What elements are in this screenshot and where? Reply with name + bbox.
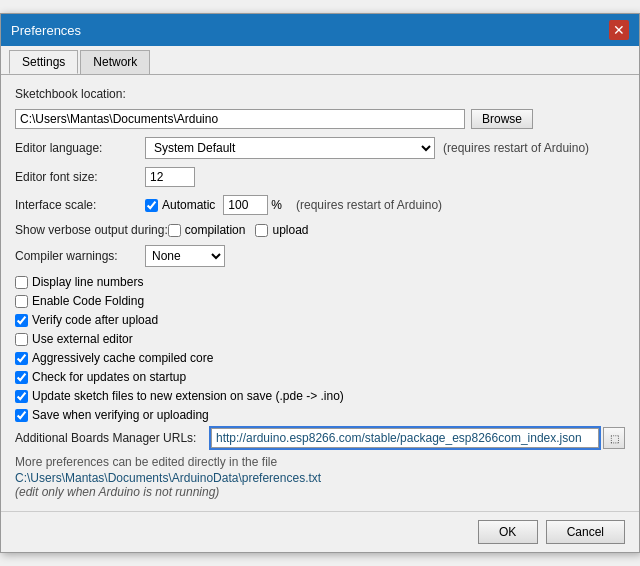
compilation-label[interactable]: compilation xyxy=(185,223,246,237)
update-sketch-label[interactable]: Update sketch files to new extension on … xyxy=(32,389,344,403)
checkbox-row-external-editor: Use external editor xyxy=(15,332,625,346)
tabs-bar: Settings Network xyxy=(1,46,639,75)
dialog-footer: OK Cancel xyxy=(1,511,639,552)
ok-button[interactable]: OK xyxy=(478,520,538,544)
preferences-dialog: Preferences ✕ Settings Network Sketchboo… xyxy=(0,13,640,553)
compilation-checkbox[interactable] xyxy=(168,224,181,237)
checkbox-row-code-folding: Enable Code Folding xyxy=(15,294,625,308)
verbose-label: Show verbose output during: xyxy=(15,223,168,237)
editor-language-row: Editor language: System Default (require… xyxy=(15,137,625,159)
editor-language-label: Editor language: xyxy=(15,141,145,155)
external-editor-checkbox[interactable] xyxy=(15,333,28,346)
upload-checkbox[interactable] xyxy=(255,224,268,237)
save-verify-label[interactable]: Save when verifying or uploading xyxy=(32,408,209,422)
checkbox-row-verify-upload: Verify code after upload xyxy=(15,313,625,327)
sketchbook-label: Sketchbook location: xyxy=(15,87,145,101)
tab-network[interactable]: Network xyxy=(80,50,150,74)
checkbox-row-check-updates: Check for updates on startup xyxy=(15,370,625,384)
sketchbook-row: Sketchbook location: xyxy=(15,87,625,101)
code-folding-label[interactable]: Enable Code Folding xyxy=(32,294,144,308)
settings-content: Sketchbook location: Browse Editor langu… xyxy=(1,75,639,511)
scale-restart-note: (requires restart of Arduino) xyxy=(296,198,442,212)
upload-label[interactable]: upload xyxy=(272,223,308,237)
editor-font-size-label: Editor font size: xyxy=(15,170,145,184)
check-updates-checkbox[interactable] xyxy=(15,371,28,384)
language-restart-note: (requires restart of Arduino) xyxy=(443,141,589,155)
info-line2: C:\Users\Mantas\Documents\ArduinoData\pr… xyxy=(15,471,625,485)
upload-wrap: upload xyxy=(255,223,308,237)
cache-core-label[interactable]: Aggressively cache compiled core xyxy=(32,351,213,365)
scale-value-input[interactable] xyxy=(223,195,268,215)
sketchbook-input[interactable] xyxy=(15,109,465,129)
checkbox-row-save-verify: Save when verifying or uploading xyxy=(15,408,625,422)
font-size-input[interactable] xyxy=(145,167,195,187)
external-editor-label[interactable]: Use external editor xyxy=(32,332,133,346)
auto-wrap: Automatic xyxy=(145,198,215,212)
update-sketch-checkbox[interactable] xyxy=(15,390,28,403)
info-line1: More preferences can be edited directly … xyxy=(15,455,625,469)
compiler-warnings-row: Compiler warnings: None Default More All xyxy=(15,245,625,267)
checkbox-row-line-numbers: Display line numbers xyxy=(15,275,625,289)
additional-boards-label: Additional Boards Manager URLs: xyxy=(15,431,211,445)
checkboxes-section: Display line numbers Enable Code Folding… xyxy=(15,275,625,422)
compilation-wrap: compilation xyxy=(168,223,246,237)
checkbox-row-cache-core: Aggressively cache compiled core xyxy=(15,351,625,365)
editor-font-size-row: Editor font size: xyxy=(15,167,625,187)
additional-boards-input[interactable] xyxy=(211,428,599,448)
percent-label: % xyxy=(271,198,282,212)
dialog-title: Preferences xyxy=(11,23,81,38)
line-numbers-label[interactable]: Display line numbers xyxy=(32,275,143,289)
cancel-button[interactable]: Cancel xyxy=(546,520,625,544)
verbose-row: Show verbose output during: compilation … xyxy=(15,223,625,237)
additional-boards-button[interactable]: ⬚ xyxy=(603,427,625,449)
editor-language-select[interactable]: System Default xyxy=(145,137,435,159)
check-updates-label[interactable]: Check for updates on startup xyxy=(32,370,186,384)
compiler-warnings-label: Compiler warnings: xyxy=(15,249,145,263)
info-line3: (edit only when Arduino is not running) xyxy=(15,485,625,499)
interface-scale-row: Interface scale: Automatic % (requires r… xyxy=(15,195,625,215)
close-button[interactable]: ✕ xyxy=(609,20,629,40)
auto-scale-checkbox[interactable] xyxy=(145,199,158,212)
title-bar: Preferences ✕ xyxy=(1,14,639,46)
verify-upload-label[interactable]: Verify code after upload xyxy=(32,313,158,327)
checkbox-row-update-sketch: Update sketch files to new extension on … xyxy=(15,389,625,403)
additional-boards-row: Additional Boards Manager URLs: ⬚ xyxy=(15,427,625,449)
code-folding-checkbox[interactable] xyxy=(15,295,28,308)
sketchbook-input-row: Browse xyxy=(15,109,625,129)
interface-scale-label: Interface scale: xyxy=(15,198,145,212)
cache-core-checkbox[interactable] xyxy=(15,352,28,365)
browse-button[interactable]: Browse xyxy=(471,109,533,129)
line-numbers-checkbox[interactable] xyxy=(15,276,28,289)
verify-upload-checkbox[interactable] xyxy=(15,314,28,327)
auto-scale-label[interactable]: Automatic xyxy=(162,198,215,212)
compiler-warnings-select[interactable]: None Default More All xyxy=(145,245,225,267)
tab-settings[interactable]: Settings xyxy=(9,50,78,74)
info-section: More preferences can be edited directly … xyxy=(15,455,625,499)
save-verify-checkbox[interactable] xyxy=(15,409,28,422)
